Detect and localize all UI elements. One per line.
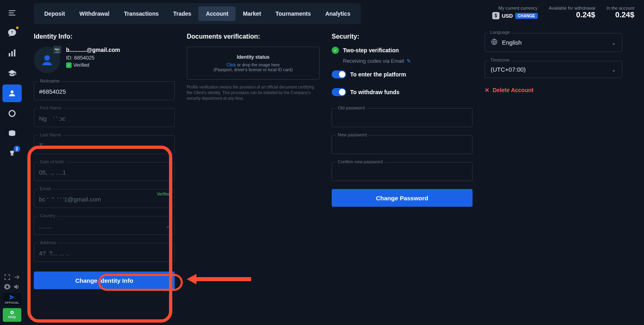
- dollar-icon: $: [492, 12, 500, 19]
- settings-column: Language English ⌄ Timezone (UTC+07:00) …: [485, 33, 634, 325]
- check-icon: ✓: [332, 47, 339, 54]
- address-field[interactable]: Address: [34, 243, 175, 262]
- identity-column: Identity Info: 📷 b...........@gmail.com …: [34, 33, 187, 325]
- chevron-down-icon: ⌄: [611, 66, 616, 73]
- svg-text:?: ?: [11, 30, 13, 34]
- timezone-select[interactable]: Timezone (UTC+07:00) ⌄: [485, 61, 622, 78]
- sound-icon[interactable]: [13, 283, 21, 290]
- change-currency-button[interactable]: CHANGE: [515, 13, 537, 19]
- account-icon[interactable]: [2, 84, 22, 102]
- svg-point-8: [9, 111, 15, 117]
- docs-title: Documents verification:: [187, 33, 320, 40]
- tab-tournaments[interactable]: Tournaments: [268, 6, 318, 21]
- annotation-arrow: [187, 273, 251, 285]
- camera-icon[interactable]: 📷: [53, 46, 61, 54]
- change-identity-button[interactable]: Change Identity Info: [34, 272, 175, 289]
- tab-withdrawal[interactable]: Withdrawal: [72, 6, 117, 21]
- platform-toggle[interactable]: [332, 70, 346, 78]
- official-badge[interactable]: OFFICIAL: [3, 293, 21, 306]
- language-select[interactable]: Language English ⌄: [485, 33, 622, 52]
- stats-icon[interactable]: [2, 44, 22, 62]
- help-badge[interactable]: Help: [3, 308, 21, 322]
- menu-icon[interactable]: [2, 4, 22, 22]
- country-field[interactable]: Country ........ ⌄: [34, 216, 175, 235]
- svg-rect-4: [9, 53, 10, 56]
- security-column: Security: ✓ Two-step verification Receiv…: [332, 33, 485, 325]
- chevron-down-icon: ⌄: [611, 39, 616, 46]
- svg-marker-11: [187, 274, 251, 284]
- dob-input[interactable]: [34, 165, 174, 181]
- withdraw-toggle[interactable]: [332, 88, 346, 96]
- gear-icon[interactable]: [4, 283, 11, 290]
- last-name-input[interactable]: [34, 138, 174, 154]
- email-field[interactable]: Email Verified: [34, 189, 175, 208]
- chat-icon[interactable]: ?: [2, 24, 22, 42]
- finance-icon[interactable]: [2, 125, 22, 142]
- tab-deposit[interactable]: Deposit: [37, 6, 72, 21]
- chevron-down-icon: ⌄: [165, 222, 170, 229]
- svg-rect-5: [11, 51, 13, 56]
- docs-disclaimer: Profile verification means the provision…: [187, 84, 320, 101]
- avatar[interactable]: 📷: [34, 47, 60, 73]
- topbar: Deposit Withdrawal Transactions Trades A…: [24, 0, 644, 25]
- globe-icon: [491, 38, 498, 47]
- verified-badge: ✓Verified: [66, 62, 120, 68]
- nickname-field[interactable]: Nickname: [34, 81, 175, 100]
- svg-rect-6: [14, 49, 16, 56]
- tab-market[interactable]: Market: [235, 6, 268, 21]
- svg-point-7: [10, 91, 13, 93]
- confirm-password-input[interactable]: [332, 165, 472, 181]
- available-balance: Available for withdrawal 0.24$: [549, 6, 595, 19]
- svg-point-10: [44, 55, 50, 60]
- upload-dropzone[interactable]: Identity status Click or drop the image …: [187, 47, 320, 80]
- old-password-input[interactable]: [332, 111, 472, 127]
- tab-analytics[interactable]: Analytics: [318, 6, 357, 21]
- donut-icon[interactable]: [2, 105, 22, 122]
- nav-tabs: Deposit Withdrawal Transactions Trades A…: [34, 3, 361, 24]
- tab-trades[interactable]: Trades: [166, 6, 198, 21]
- user-id: ID: 6854025: [66, 55, 120, 61]
- trophy-icon[interactable]: 2: [2, 145, 22, 162]
- last-name-field[interactable]: Last Name: [34, 135, 175, 154]
- new-password-field[interactable]: New password: [332, 135, 473, 154]
- dob-field[interactable]: Date of birth: [34, 162, 175, 181]
- identity-title: Identity Info:: [34, 33, 175, 40]
- first-name-field[interactable]: First Name: [34, 108, 175, 127]
- first-name-input[interactable]: [34, 111, 174, 127]
- change-password-button[interactable]: Change Password: [332, 189, 473, 207]
- currency-block: My current currency $ USD CHANGE: [492, 6, 538, 19]
- nickname-input[interactable]: [34, 84, 174, 100]
- tab-transactions[interactable]: Transactions: [117, 6, 166, 21]
- arrow-right-icon[interactable]: [13, 274, 21, 281]
- user-email: b...........@gmail.com: [66, 47, 120, 53]
- trophy-badge: 2: [14, 146, 20, 152]
- delete-account-button[interactable]: ✕ Delete Account: [485, 87, 622, 93]
- education-icon[interactable]: [2, 64, 22, 82]
- fullscreen-icon[interactable]: [4, 274, 11, 281]
- edit-icon[interactable]: ✎: [407, 58, 411, 64]
- address-input[interactable]: [34, 246, 174, 261]
- left-sidebar: ? 2 OFFICIAL Help: [0, 0, 24, 325]
- click-link[interactable]: Click: [227, 62, 236, 67]
- email-input[interactable]: [34, 192, 174, 208]
- account-balance: In the account 0.24$: [607, 6, 634, 19]
- twostep-sub: Receiving codes via Email ✎: [343, 58, 473, 64]
- confirm-password-field[interactable]: Confirm new password: [332, 162, 473, 181]
- old-password-field[interactable]: Old password: [332, 108, 473, 127]
- tab-account[interactable]: Account: [198, 6, 235, 21]
- close-icon: ✕: [485, 87, 489, 93]
- security-title: Security:: [332, 33, 473, 40]
- new-password-input[interactable]: [332, 138, 472, 154]
